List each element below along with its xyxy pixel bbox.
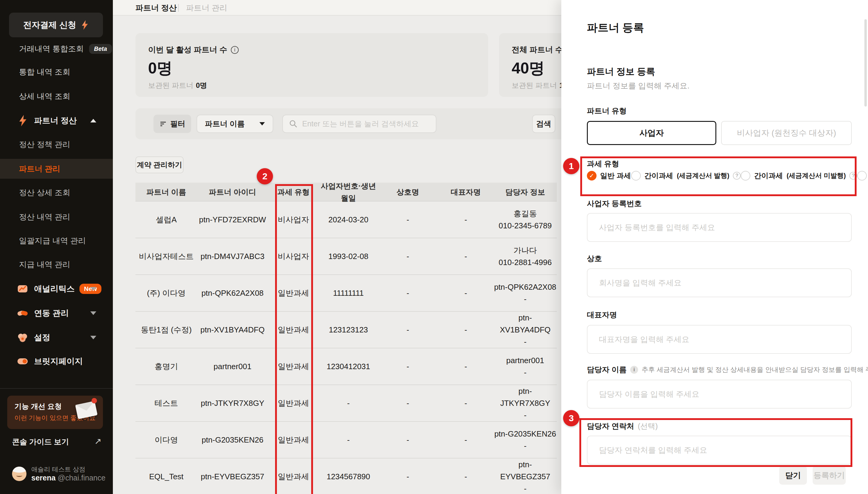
info-icon[interactable]: i bbox=[231, 46, 239, 54]
type-option-individual[interactable]: 비사업자 (원천징수 대상자) bbox=[721, 121, 852, 145]
sidebar-section-analytics[interactable]: 애널리틱스 New bbox=[0, 280, 113, 298]
sidebar-item-bulk-payment[interactable]: 일괄지급 내역 관리 bbox=[0, 232, 113, 250]
cell-trade: - bbox=[378, 287, 438, 299]
sidebar-item-partner-management[interactable]: 파트너 관리 bbox=[0, 160, 113, 178]
sidebar-item-detail-history[interactable]: 상세 내역 조회 bbox=[0, 87, 113, 105]
cell-contact: ptn-EYVBEGZ357- bbox=[494, 458, 557, 494]
cell-contact: 가나다010-2881-4996 bbox=[494, 244, 557, 268]
ceo-name-input[interactable] bbox=[587, 325, 852, 354]
table-row[interactable]: 테스트 ptn-JTKYR7X8GY 일반과세 - - - ptn-JTKYR7… bbox=[135, 384, 557, 421]
col-ceo-name: 대표자명 bbox=[438, 186, 494, 198]
cell-name: 홍명기 bbox=[135, 360, 197, 373]
manager-name-field-wrap bbox=[587, 380, 852, 408]
table-header: 파트너 이름 파트너 아이디 과세 유형 사업자번호·생년월일 상호명 대표자명… bbox=[135, 183, 557, 201]
search-field-dropdown[interactable]: 파트너 이름 bbox=[196, 115, 273, 133]
cell-tax: 일반과세 bbox=[268, 324, 319, 336]
table-row[interactable]: 홍명기 partner001 일반과세 1230412031 - - partn… bbox=[135, 348, 557, 384]
radio-simplified-tax-no-invoice[interactable]: 간이과세 (세금계산서 미발행) ? bbox=[741, 171, 857, 180]
cell-pid: ptn-XV1BYA4DFQ bbox=[197, 324, 268, 336]
cell-ceo: - bbox=[438, 360, 494, 373]
annotation-circle-3: 3 bbox=[563, 410, 579, 426]
search-button[interactable]: 검색 bbox=[532, 115, 555, 133]
feature-request-card[interactable]: 기능 개선 요청 이런 기능이 있으면 좋겠어요 bbox=[7, 396, 103, 429]
cell-pid: ptn-DM4VJ7ABC3 bbox=[197, 250, 268, 262]
col-contact-info: 담당자 정보 bbox=[494, 186, 557, 198]
sidebar-section-partner-settlement[interactable]: 파트너 정산 bbox=[0, 112, 113, 130]
col-tax-type: 과세 유형 bbox=[268, 186, 319, 198]
sidebar-item-transactions[interactable]: 거래내역 통합조회 Beta bbox=[0, 40, 113, 58]
cell-pid: ptn-QPK62A2X08 bbox=[197, 287, 268, 299]
trade-name-input[interactable] bbox=[587, 268, 852, 297]
cell-ceo: - bbox=[438, 214, 494, 226]
cell-tax: 일반과세 bbox=[268, 287, 319, 299]
sidebar-item-integrated-history[interactable]: 통합 내역 조회 bbox=[0, 63, 113, 81]
table-row[interactable]: 셀럽A ptn-YFD72EXRDW 비사업자 2024-03-20 - - 홍… bbox=[135, 201, 557, 238]
feature-request-title: 기능 개선 요청 bbox=[15, 402, 62, 411]
sidebar-section-settings[interactable]: 설정 bbox=[0, 328, 113, 347]
manager-name-input[interactable] bbox=[587, 380, 852, 408]
tab-partner-management[interactable]: 파트너 관리 bbox=[186, 0, 227, 16]
radio-general-tax[interactable]: ✓ 일반 과세 bbox=[587, 171, 631, 180]
contract-manage-button[interactable]: 계약 관리하기 bbox=[135, 156, 184, 173]
profile-section[interactable]: 애슐리 테스트 상점 serena @chai.finance bbox=[12, 463, 108, 484]
sidebar-item-payment-history[interactable]: 지급 내역 관리 bbox=[0, 255, 113, 273]
table-row[interactable]: 이다영 ptn-G2035KEN26 일반과세 - - - ptn-G2035K… bbox=[135, 421, 557, 458]
drawer-scrollbar[interactable] bbox=[864, 19, 867, 107]
sidebar-divider bbox=[0, 388, 113, 389]
sidebar-section-integration[interactable]: 연동 관리 bbox=[0, 304, 113, 322]
filter-icon bbox=[159, 120, 167, 128]
e-payment-apply-button[interactable]: 전자결제 신청 bbox=[9, 13, 103, 37]
sidebar-item-settlement-detail[interactable]: 정산 상세 조회 bbox=[0, 184, 113, 202]
manager-contact-input[interactable] bbox=[587, 436, 852, 464]
settings-icon bbox=[17, 331, 29, 344]
cell-biz: 123123123 bbox=[319, 324, 378, 336]
radio-simplified-tax-invoice[interactable]: 간이과세 (세금계산서 발행) ? bbox=[631, 171, 741, 180]
cell-trade: - bbox=[378, 434, 438, 446]
trade-name-field-wrap bbox=[587, 268, 852, 297]
cell-name: 셀럽A bbox=[135, 214, 197, 226]
close-button[interactable]: 닫기 bbox=[779, 466, 807, 485]
search-icon bbox=[289, 119, 297, 128]
cell-contact: ptn-G2035KEN26- bbox=[494, 428, 557, 452]
table-row[interactable]: EQL_Test ptn-EYVBEGZ357 일반과세 1234567890 … bbox=[135, 458, 557, 494]
tab-divider bbox=[178, 4, 179, 12]
cell-pid: ptn-JTKYR7X8GY bbox=[197, 397, 268, 409]
search-input[interactable] bbox=[282, 115, 436, 133]
external-link-icon: ↗ bbox=[95, 436, 101, 446]
filter-button[interactable]: 필터 bbox=[153, 115, 191, 133]
table-row[interactable]: 동탄1점 (수정) ptn-XV1BYA4DFQ 일반과세 123123123 … bbox=[135, 311, 557, 348]
chevron-down-icon bbox=[90, 311, 96, 315]
info-icon[interactable]: i bbox=[630, 366, 638, 374]
cell-contact: ptn-QPK62A2X08- bbox=[494, 281, 557, 305]
sidebar: 전자결제 신청 거래내역 통합조회 Beta 통합 내역 조회 상세 내역 조회 bbox=[0, 0, 113, 494]
table-row[interactable]: 비사업자테스트 ptn-DM4VJ7ABC3 비사업자 1993-02-08 -… bbox=[135, 238, 557, 274]
app-root: 전자결제 신청 거래내역 통합조회 Beta 통합 내역 조회 상세 내역 조회 bbox=[0, 0, 868, 494]
lightning-icon bbox=[81, 20, 89, 30]
sidebar-item-settlement-policy[interactable]: 정산 정책 관리 bbox=[0, 135, 113, 153]
table-row[interactable]: (주) 이다영 ptn-QPK62A2X08 일반과세 11111111 - -… bbox=[135, 274, 557, 311]
toggle-icon bbox=[17, 355, 29, 367]
biz-number-input[interactable] bbox=[587, 213, 852, 242]
sidebar-section-bridgepage[interactable]: 브릿지페이지 bbox=[0, 352, 113, 370]
radio-tax-free[interactable]: 면세 bbox=[857, 171, 868, 180]
ceo-name-field-wrap bbox=[587, 325, 852, 354]
trade-name-label: 상호 bbox=[587, 254, 602, 264]
cell-trade: - bbox=[378, 360, 438, 373]
submit-button[interactable]: 등록하기 bbox=[813, 466, 846, 485]
cell-ceo: - bbox=[438, 397, 494, 409]
stat-sub: 보관된 파트너0명 bbox=[148, 81, 207, 90]
cell-tax: 비사업자 bbox=[268, 214, 319, 226]
help-icon[interactable]: ? bbox=[849, 172, 857, 179]
cell-name: 테스트 bbox=[135, 397, 197, 409]
manager-contact-field-wrap bbox=[587, 436, 852, 464]
console-guide-link[interactable]: 콘솔 가이드 보기 bbox=[12, 436, 102, 448]
store-name: 애슐리 테스트 상점 bbox=[31, 466, 105, 473]
cell-tax: 일반과세 bbox=[268, 397, 319, 409]
tax-type-label: 과세 유형 bbox=[587, 159, 619, 169]
cell-name: (주) 이다영 bbox=[135, 287, 197, 299]
help-icon[interactable]: ? bbox=[733, 172, 741, 179]
tab-partner-settlement[interactable]: 파트너 정산 bbox=[135, 0, 177, 16]
cell-biz: 1234567890 bbox=[319, 471, 378, 482]
type-option-business[interactable]: 사업자 bbox=[587, 121, 716, 145]
sidebar-item-settlement-history[interactable]: 정산 내역 관리 bbox=[0, 208, 113, 226]
